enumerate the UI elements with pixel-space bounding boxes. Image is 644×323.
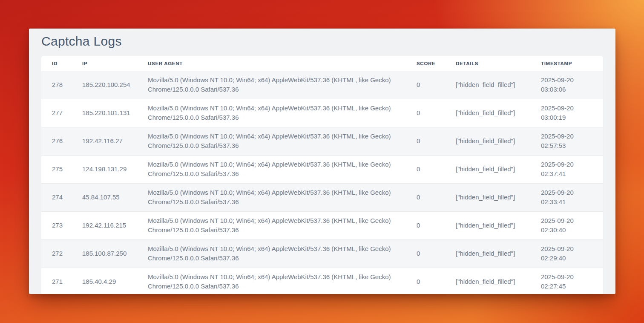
cell-ip: 192.42.116.215 xyxy=(72,212,137,240)
logs-table: ID IP USER AGENT SCORE DETAILS TIMESTAMP… xyxy=(41,56,603,294)
column-header-timestamp: TIMESTAMP xyxy=(530,56,603,71)
table-row: 27445.84.107.55Mozilla/5.0 (Windows NT 1… xyxy=(41,184,603,212)
table-row: 273192.42.116.215Mozilla/5.0 (Windows NT… xyxy=(41,212,603,240)
cell-user-agent: Mozilla/5.0 (Windows NT 10.0; Win64; x64… xyxy=(137,268,406,294)
cell-timestamp: 2025-09-20 02:33:41 xyxy=(530,184,603,212)
cell-timestamp: 2025-09-20 03:03:06 xyxy=(530,71,603,99)
cell-score: 0 xyxy=(406,240,445,268)
table-row: 277185.220.101.131Mozilla/5.0 (Windows N… xyxy=(41,99,603,127)
cell-details: ["hidden_field_filled"] xyxy=(445,240,530,268)
page-title: Captcha Logs xyxy=(41,34,603,49)
cell-ip: 185.40.4.29 xyxy=(72,268,137,294)
captcha-logs-card: Captcha Logs ID IP USER AGENT SCORE DETA… xyxy=(29,29,615,294)
cell-ip: 192.42.116.27 xyxy=(72,127,137,156)
cell-timestamp: 2025-09-20 02:37:41 xyxy=(530,156,603,184)
table-row: 278185.220.100.254Mozilla/5.0 (Windows N… xyxy=(41,71,603,99)
cell-ip: 45.84.107.55 xyxy=(72,184,137,212)
cell-timestamp: 2025-09-20 02:29:40 xyxy=(530,240,603,268)
cell-score: 0 xyxy=(406,99,445,127)
table-header-row: ID IP USER AGENT SCORE DETAILS TIMESTAMP xyxy=(41,56,603,71)
cell-user-agent: Mozilla/5.0 (Windows NT 10.0; Win64; x64… xyxy=(137,240,406,268)
table-body: 278185.220.100.254Mozilla/5.0 (Windows N… xyxy=(41,71,603,294)
cell-details: ["hidden_field_filled"] xyxy=(445,156,530,184)
cell-user-agent: Mozilla/5.0 (Windows NT 10.0; Win64; x64… xyxy=(137,184,406,212)
cell-details: ["hidden_field_filled"] xyxy=(445,184,530,212)
cell-details: ["hidden_field_filled"] xyxy=(445,71,530,99)
cell-details: ["hidden_field_filled"] xyxy=(445,127,530,156)
table-row: 272185.100.87.250Mozilla/5.0 (Windows NT… xyxy=(41,240,603,268)
cell-id: 271 xyxy=(41,268,72,294)
cell-score: 0 xyxy=(406,184,445,212)
cell-ip: 185.220.100.254 xyxy=(72,71,137,99)
column-header-ip: IP xyxy=(72,56,137,71)
cell-ip: 185.220.101.131 xyxy=(72,99,137,127)
cell-details: ["hidden_field_filled"] xyxy=(445,268,530,294)
cell-score: 0 xyxy=(406,127,445,156)
cell-score: 0 xyxy=(406,71,445,99)
cell-details: ["hidden_field_filled"] xyxy=(445,212,530,240)
cell-ip: 124.198.131.29 xyxy=(72,156,137,184)
cell-details: ["hidden_field_filled"] xyxy=(445,99,530,127)
cell-timestamp: 2025-09-20 02:57:53 xyxy=(530,127,603,156)
column-header-details: DETAILS xyxy=(445,56,530,71)
table-row: 276192.42.116.27Mozilla/5.0 (Windows NT … xyxy=(41,127,603,156)
cell-id: 273 xyxy=(41,212,72,240)
cell-user-agent: Mozilla/5.0 (Windows NT 10.0; Win64; x64… xyxy=(137,99,406,127)
cell-score: 0 xyxy=(406,268,445,294)
column-header-score: SCORE xyxy=(406,56,445,71)
captcha-logs-table: ID IP USER AGENT SCORE DETAILS TIMESTAMP… xyxy=(41,56,603,294)
column-header-user-agent: USER AGENT xyxy=(137,56,406,71)
column-header-id: ID xyxy=(41,56,72,71)
cell-id: 274 xyxy=(41,184,72,212)
cell-id: 275 xyxy=(41,156,72,184)
table-header: ID IP USER AGENT SCORE DETAILS TIMESTAMP xyxy=(41,56,603,71)
cell-user-agent: Mozilla/5.0 (Windows NT 10.0; Win64; x64… xyxy=(137,127,406,156)
cell-timestamp: 2025-09-20 02:27:45 xyxy=(530,268,603,294)
cell-id: 277 xyxy=(41,99,72,127)
cell-id: 278 xyxy=(41,71,72,99)
cell-user-agent: Mozilla/5.0 (Windows NT 10.0; Win64; x64… xyxy=(137,156,406,184)
table-row: 275124.198.131.29Mozilla/5.0 (Windows NT… xyxy=(41,156,603,184)
cell-score: 0 xyxy=(406,156,445,184)
cell-timestamp: 2025-09-20 03:00:19 xyxy=(530,99,603,127)
cell-user-agent: Mozilla/5.0 (Windows NT 10.0; Win64; x64… xyxy=(137,212,406,240)
cell-score: 0 xyxy=(406,212,445,240)
cell-user-agent: Mozilla/5.0 (Windows NT 10.0; Win64; x64… xyxy=(137,71,406,99)
cell-id: 276 xyxy=(41,127,72,156)
table-row: 271185.40.4.29Mozilla/5.0 (Windows NT 10… xyxy=(41,268,603,294)
page-background: { "page": { "title": "Captcha Logs" }, "… xyxy=(0,0,644,323)
cell-ip: 185.100.87.250 xyxy=(72,240,137,268)
cell-timestamp: 2025-09-20 02:30:40 xyxy=(530,212,603,240)
cell-id: 272 xyxy=(41,240,72,268)
